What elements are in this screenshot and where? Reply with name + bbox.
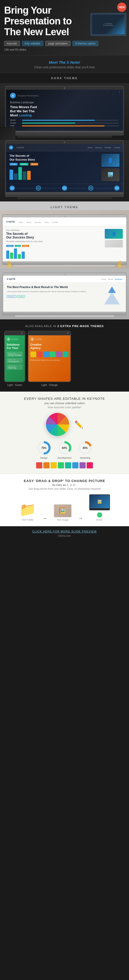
slide2-nav: Home Services Portfolio Contact xyxy=(88,147,120,148)
light-slide-images: 👤 xyxy=(105,229,123,259)
folder-row: 📁 Your Folder → 🖼️ Your Image → 🖼️ ✓ Don… xyxy=(4,494,125,521)
slide2-nav-contact: Contact xyxy=(114,147,120,148)
swatch-orange-main xyxy=(44,462,50,468)
slide2-timeline: 2010 2012 2015 2018 2020 xyxy=(6,184,123,192)
slide-headline-1: Time Moves FastBut We Set TheMost Leadin… xyxy=(10,105,119,117)
light-slide-title: The Secrets ofOur Success Story xyxy=(6,232,102,239)
light-nav-work: Work xyxy=(45,221,49,223)
svg-marker-1 xyxy=(104,293,120,304)
laptop-screen-wrap-2: X X NOTE Home Services Portfolio Contact… xyxy=(5,140,124,192)
hero-stats: 196 and 83 slides xyxy=(4,48,125,51)
tablet-screen-orange: X X NOTE CreativeAgency Professio xyxy=(28,335,71,382)
image-preview: 🖼️ xyxy=(54,504,72,517)
folder-icon: 📁 xyxy=(19,502,36,517)
tablet-card-3: Service 03 Marketing xyxy=(7,364,23,370)
timeline-dot-2: 2012 xyxy=(36,186,41,191)
chart-bar-4 xyxy=(23,171,26,180)
slide2-img-1: 👤 xyxy=(102,154,119,167)
tablet-orange-content: X X NOTE CreativeAgency Professio xyxy=(28,335,71,363)
laptop-base-1 xyxy=(5,131,124,135)
light-laptop-2-inner: X NOTE Home About Services The Best Prac… xyxy=(3,273,126,312)
tablet-orange-swatches xyxy=(31,352,68,357)
tagline-section: Meet The X Note! Clean and professional … xyxy=(0,55,129,73)
laptop-mini-base xyxy=(90,508,110,510)
swatch-red-main xyxy=(36,462,42,468)
color-wheel-area: ✏️ xyxy=(4,413,125,436)
slide-company-text: Company Presentation xyxy=(17,95,38,97)
progress-bars: Market Growth xyxy=(10,119,119,127)
light-slide2-nav: Home About Services xyxy=(101,278,122,280)
light-slide2-header: X NOTE Home About Services xyxy=(3,276,126,283)
badge-market: Market xyxy=(31,163,38,165)
svg-text:60%: 60% xyxy=(62,447,67,449)
laptop-container-2: X X NOTE Home Services Portfolio Contact… xyxy=(3,140,126,199)
swatch-blue xyxy=(44,352,49,357)
footer-cta[interactable]: CLICK HERE FOR MORE SLIDE PREVIEW xyxy=(4,530,125,533)
light-bar-4 xyxy=(18,254,21,259)
light-bar-5 xyxy=(22,251,25,259)
timeline-dot-1: 2010 xyxy=(10,186,15,191)
tagline-sub: Clean and professional slides that you'l… xyxy=(4,65,125,69)
dragdrop-sub2: Just drag picture from your folder. Easy… xyxy=(4,487,125,490)
tag-1: Research xyxy=(7,295,16,298)
tablet-green-title: SolutionsFor Your xyxy=(7,343,23,350)
swatch-green-main xyxy=(58,462,64,468)
coffee-mug-decoration xyxy=(0,127,16,140)
tablet-orange-header-row: X X NOTE xyxy=(31,337,68,341)
folder-item-1: 📁 Your Folder xyxy=(19,502,36,521)
dragdrop-title: EASY 'DRAG & DROP' TO CHANGE PICTURE xyxy=(4,479,125,483)
light-badge-1: Design xyxy=(6,245,14,247)
bar-fill-2 xyxy=(22,123,75,124)
bar-row-1: Market xyxy=(10,119,119,121)
light-laptop-base xyxy=(2,261,127,265)
light-laptop-inner: X NOTE Home About Services Work Contact … xyxy=(2,214,127,261)
chart-bar-5 xyxy=(27,171,31,180)
light-mockup-2-section: X NOTE Home About Services The Best Prac… xyxy=(0,269,129,320)
tablet-screen-green: X X NOTE SolutionsFor Your Service 01 De… xyxy=(5,335,25,382)
bar-fill-1 xyxy=(22,120,95,121)
tablet-green-header-row: X X NOTE xyxy=(7,337,23,341)
colors-section: EVERY SHAPES ARE EDITABLE IN KEYNOTE you… xyxy=(0,391,129,474)
slide2-nav-services: Services xyxy=(95,147,102,148)
dark-theme-label: DARK THEME xyxy=(0,73,129,81)
donut-2-label: Development xyxy=(58,457,71,459)
bar-label-2: Growth xyxy=(10,122,20,124)
light-slide2-heading: The Best Practice & Best Result in The W… xyxy=(7,285,98,289)
tablet-card-2: Service 02 Development xyxy=(7,358,23,363)
orange-theme-col: X X NOTE CreativeAgency Professio xyxy=(28,331,71,387)
slide2-header: X X NOTE Home Services Portfolio Contact xyxy=(6,144,123,151)
slide-inner-1: X Company Presentation Business Landscap… xyxy=(6,90,123,130)
tablet-green: X X NOTE SolutionsFor Your Service 01 De… xyxy=(4,331,25,382)
tablet-section: ALSO AVAILABLE IN 2 EXTRA PRE-MADE THEME… xyxy=(0,320,129,391)
color-swatches xyxy=(4,462,125,468)
check-badge: ✓ xyxy=(97,512,102,517)
colors-title: EVERY SHAPES ARE EDITABLE IN KEYNOTE xyxy=(4,397,125,401)
light-img-2 xyxy=(105,240,123,247)
tablet-orange-logo: X xyxy=(31,337,34,341)
tablet-orange-title: CreativeAgency xyxy=(31,343,68,350)
light-nav-home: Home xyxy=(19,221,24,223)
slide2-badges: Design Develop Market xyxy=(10,163,98,165)
slide2-bars xyxy=(10,167,98,180)
tablet-home-btn-green xyxy=(21,332,23,334)
donut-1-wrap: 75% Design xyxy=(36,440,52,459)
bar-bg-2 xyxy=(22,123,119,124)
light-slide2-nav-3: Services xyxy=(115,278,122,280)
light-nav-about: About xyxy=(27,221,31,223)
tablet-green-content: X X NOTE SolutionsFor Your Service 01 De… xyxy=(5,335,25,372)
donut-1-label: Design xyxy=(40,457,47,459)
light-nav: Home About Services Work Contact xyxy=(16,220,58,224)
bar-bg-3 xyxy=(22,126,119,126)
swatch-teal xyxy=(63,352,68,357)
folder-item-2: 🖼️ Your Image xyxy=(54,504,72,521)
donut-chart-2: 60% xyxy=(57,440,72,455)
light-camera-2 xyxy=(64,274,65,275)
timeline-dot-5: 2020 xyxy=(114,186,119,191)
donut-3-wrap: 45% Marketing xyxy=(77,440,93,459)
laptop-screen-dark-1: X Company Presentation Business Landscap… xyxy=(6,90,123,131)
light-bar-3 xyxy=(14,248,17,259)
chart-bar-3 xyxy=(18,167,22,180)
light-laptop-base-2 xyxy=(3,312,126,315)
laptop-screen-wrap-1: X Company Presentation Business Landscap… xyxy=(5,86,124,131)
light-img-1: 👤 xyxy=(105,229,123,239)
